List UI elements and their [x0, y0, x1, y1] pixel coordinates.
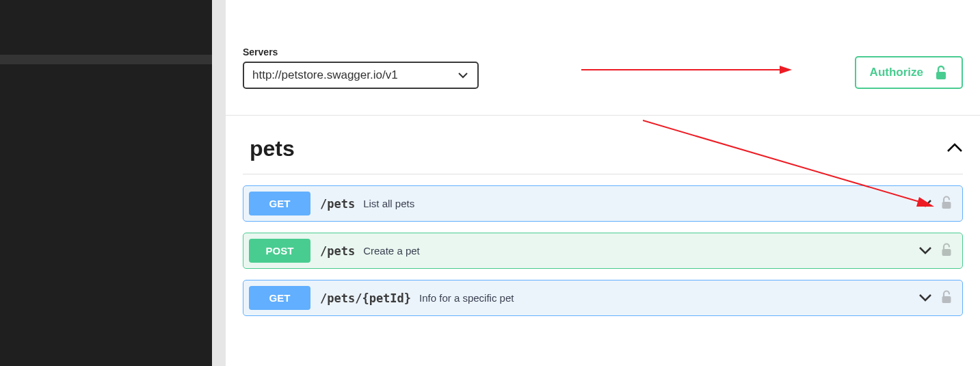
- lock-icon[interactable]: [940, 196, 953, 212]
- chevron-down-icon: [918, 198, 932, 210]
- servers-label: Servers: [243, 47, 479, 57]
- servers-auth-row: Servers http://petstore.swagger.io/v1 Au…: [243, 47, 963, 89]
- http-method-badge: GET: [249, 192, 310, 215]
- operation-path: /pets/{petId}: [320, 291, 411, 305]
- chevron-down-icon: [918, 292, 932, 304]
- operation-summary: List all pets: [363, 198, 414, 209]
- sidebar: [0, 0, 212, 366]
- operation-summary: Info for a specific pet: [419, 292, 514, 304]
- main-content: Servers http://petstore.swagger.io/v1 Au…: [226, 0, 980, 366]
- http-method-badge: GET: [249, 286, 310, 310]
- operation-get-pet-by-id[interactable]: GET /pets/{petId} Info for a specific pe…: [243, 280, 963, 316]
- tag-name: pets: [243, 136, 295, 161]
- authorize-button-label: Authorize: [870, 66, 923, 79]
- operation-get-pets[interactable]: GET /pets List all pets: [243, 185, 963, 222]
- chevron-down-icon: [918, 245, 932, 257]
- svg-rect-0: [936, 72, 946, 79]
- svg-rect-3: [942, 296, 951, 303]
- servers-block: Servers http://petstore.swagger.io/v1: [243, 47, 479, 89]
- operation-path: /pets: [320, 244, 355, 258]
- operation-path: /pets: [320, 197, 355, 211]
- lock-open-icon: [934, 65, 948, 80]
- server-select[interactable]: http://petstore.swagger.io/v1: [243, 62, 479, 89]
- operation-summary: Create a pet: [363, 245, 420, 257]
- svg-rect-1: [942, 202, 951, 209]
- operations-list: GET /pets List all pets POST /pets Creat…: [243, 185, 963, 316]
- authorize-button[interactable]: Authorize: [855, 56, 963, 89]
- lock-icon[interactable]: [940, 290, 953, 306]
- tag-header[interactable]: pets: [243, 116, 963, 174]
- lock-icon[interactable]: [940, 243, 953, 259]
- chevron-down-icon: [458, 68, 468, 82]
- gutter: [212, 0, 226, 366]
- http-method-badge: POST: [249, 239, 310, 263]
- svg-rect-2: [942, 249, 951, 256]
- chevron-up-icon: [946, 143, 963, 155]
- server-select-value: http://petstore.swagger.io/v1: [252, 68, 398, 82]
- operation-post-pets[interactable]: POST /pets Create a pet: [243, 233, 963, 269]
